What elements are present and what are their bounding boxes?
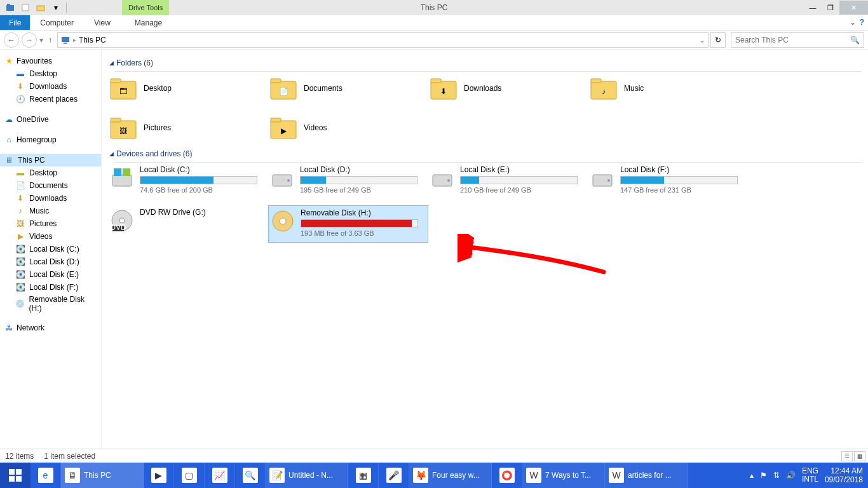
taskbar-app[interactable]: 📈 xyxy=(205,463,235,488)
refresh-button[interactable]: ↻ xyxy=(710,32,726,48)
sidebar-group-homegroup[interactable]: ⌂ Homegroup xyxy=(0,133,101,146)
taskbar-app[interactable]: ▦ xyxy=(348,463,379,488)
contextual-tab-drive-tools[interactable]: Drive Tools xyxy=(122,0,169,15)
folder-tile[interactable]: 🖼Pictures xyxy=(108,111,268,144)
taskbar-app[interactable]: W7 Ways to T... xyxy=(522,463,605,488)
section-folders-header[interactable]: ◢ Folders (6) xyxy=(109,58,862,67)
address-bar[interactable]: ▸ This PC ⌄ xyxy=(57,32,709,48)
collapse-icon[interactable]: ◢ xyxy=(109,60,114,66)
sidebar-item[interactable]: ▶Videos xyxy=(0,230,101,243)
taskbar-app[interactable]: 🦊Four easy w... xyxy=(409,463,492,488)
app-icon: ▶ xyxy=(151,468,166,483)
drive-tile[interactable]: Local Disk (F:)147 GB free of 231 GB xyxy=(588,163,749,199)
ribbon-expand-icon[interactable]: ⌄ xyxy=(850,18,856,27)
search-box[interactable]: 🔍 xyxy=(731,32,864,48)
tray-volume-icon[interactable]: 🔊 xyxy=(786,471,796,480)
sidebar-item-desktop[interactable]: ▬Desktop xyxy=(0,67,101,80)
sidebar-item[interactable]: 💿Removable Disk (H:) xyxy=(0,294,101,314)
tray-network-icon[interactable]: ⇅ xyxy=(773,471,780,480)
svg-rect-42 xyxy=(16,476,22,482)
item-icon: ▶ xyxy=(15,231,25,241)
qa-dropdown-icon[interactable]: ▾ xyxy=(50,1,62,14)
recent-locations-dropdown[interactable]: ▾ xyxy=(39,36,43,44)
breadcrumb-separator-icon[interactable]: ▸ xyxy=(73,37,76,43)
folder-label: Documents xyxy=(304,84,342,93)
taskbar-app[interactable]: ▢ xyxy=(174,463,205,488)
tab-view[interactable]: View xyxy=(84,15,121,30)
tray-clock[interactable]: 12:44 AM 09/07/2018 xyxy=(825,466,863,485)
taskbar-ie[interactable]: e xyxy=(31,463,61,488)
taskbar-label: Four easy w... xyxy=(432,471,480,480)
view-details-button[interactable]: ☰ xyxy=(841,451,853,461)
sidebar-item[interactable]: 📄Documents xyxy=(0,179,101,192)
tray-overflow-icon[interactable]: ▴ xyxy=(750,471,754,480)
sidebar-group-onedrive[interactable]: ☁ OneDrive xyxy=(0,113,101,126)
sidebar-item[interactable]: 💽Local Disk (E:) xyxy=(0,268,101,281)
drive-tile[interactable]: Removable Disk (H:)193 MB free of 3.63 G… xyxy=(268,205,428,243)
view-tiles-button[interactable]: ▦ xyxy=(854,451,865,461)
folder-tile[interactable]: 🗔Desktop xyxy=(108,72,268,105)
qa-properties-icon[interactable] xyxy=(19,1,32,14)
sidebar-item[interactable]: 🖼Pictures xyxy=(0,217,101,230)
up-button[interactable]: ↑ xyxy=(48,36,52,44)
help-icon[interactable]: ? xyxy=(860,18,864,27)
folder-tile[interactable]: ⬇Downloads xyxy=(428,72,588,105)
folder-tile[interactable]: 📄Documents xyxy=(268,72,428,105)
sidebar-item[interactable]: ⬇Downloads xyxy=(0,192,101,205)
start-button[interactable] xyxy=(0,463,31,488)
svg-text:DVD: DVD xyxy=(110,223,126,232)
sidebar-item-downloads[interactable]: ⬇Downloads xyxy=(0,80,101,93)
drive-tile[interactable]: Local Disk (E:)210 GB free of 249 GB xyxy=(428,163,588,199)
close-button[interactable]: ✕ xyxy=(839,1,868,15)
sidebar-item-recent[interactable]: 🕘Recent places xyxy=(0,93,101,105)
forward-button[interactable]: → xyxy=(22,32,37,48)
qa-icon[interactable] xyxy=(4,1,17,14)
svg-rect-22 xyxy=(271,118,281,122)
ribbon-right: ⌄ ? xyxy=(850,18,864,27)
qa-new-folder-icon[interactable] xyxy=(34,1,47,14)
sidebar-group-network[interactable]: 🖧 Network xyxy=(0,322,101,334)
svg-rect-3 xyxy=(37,6,44,11)
item-icon: 💽 xyxy=(15,257,25,267)
address-dropdown-icon[interactable]: ⌄ xyxy=(699,36,705,44)
minimize-button[interactable]: — xyxy=(804,1,822,15)
taskbar-app[interactable]: Warticles for ... xyxy=(605,463,688,488)
capacity-bar xyxy=(620,176,738,184)
taskbar-app[interactable]: ⭕ xyxy=(492,463,522,488)
collapse-icon[interactable]: ◢ xyxy=(109,151,114,157)
file-tab[interactable]: File xyxy=(0,15,30,30)
maximize-button[interactable]: ❐ xyxy=(822,1,839,15)
taskbar-app[interactable]: 🖥This PC xyxy=(61,463,144,488)
taskbar-app[interactable]: 📝Untitled - N... xyxy=(266,463,348,488)
back-button[interactable]: ← xyxy=(4,32,19,48)
capacity-bar xyxy=(460,176,578,184)
drive-tile[interactable]: Local Disk (C:)74.6 GB free of 200 GB xyxy=(108,163,268,199)
tab-manage[interactable]: Manage xyxy=(125,15,172,30)
breadcrumb-item[interactable]: This PC xyxy=(79,36,106,44)
svg-text:⬇: ⬇ xyxy=(440,87,447,96)
search-icon[interactable]: 🔍 xyxy=(850,36,860,44)
sidebar-item[interactable]: 💽Local Disk (F:) xyxy=(0,281,101,294)
section-drives-header[interactable]: ◢ Devices and drives (6) xyxy=(109,149,862,158)
sidebar-group-favourites[interactable]: ★ Favourites xyxy=(0,55,101,67)
sidebar-group-thispc[interactable]: 🖥 This PC xyxy=(0,154,101,166)
taskbar-app[interactable]: 🔍 xyxy=(235,463,266,488)
drive-tile[interactable]: DVDDVD RW Drive (G:) xyxy=(108,205,268,243)
drive-label: Local Disk (D:) xyxy=(300,165,417,174)
tray-language[interactable]: ENG INTL xyxy=(802,467,818,484)
sidebar-item[interactable]: 💽Local Disk (C:) xyxy=(0,243,101,255)
tab-computer[interactable]: Computer xyxy=(30,15,84,30)
drive-tile[interactable]: Local Disk (D:)195 GB free of 249 GB xyxy=(268,163,428,199)
folder-tile[interactable]: ♪Music xyxy=(588,72,749,105)
taskbar-app[interactable]: ▶ xyxy=(144,463,174,488)
sidebar-item[interactable]: 💽Local Disk (D:) xyxy=(0,255,101,268)
tray-flag-icon[interactable]: ⚑ xyxy=(760,471,767,480)
sidebar-item[interactable]: ▬Desktop xyxy=(0,166,101,179)
folder-icon: ♪ xyxy=(590,76,618,101)
sidebar-item[interactable]: ♪Music xyxy=(0,205,101,217)
folder-tile[interactable]: ▶Videos xyxy=(268,111,428,144)
folder-label: Videos xyxy=(304,123,327,132)
taskbar-label: articles for ... xyxy=(628,471,672,480)
search-input[interactable] xyxy=(735,36,843,44)
taskbar-app[interactable]: 🎤 xyxy=(379,463,409,488)
